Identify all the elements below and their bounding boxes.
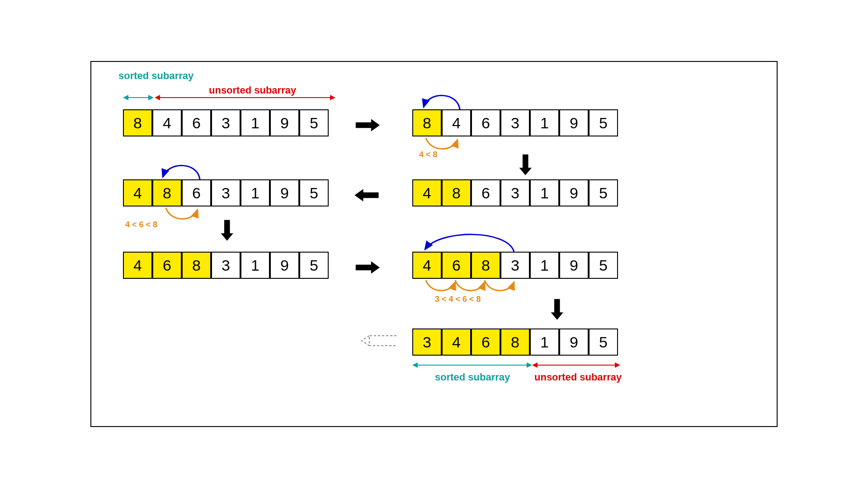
array-cell: 3 xyxy=(500,109,530,136)
array-cell: 6 xyxy=(471,328,500,356)
compare-label-step3: 4 < 6 < 8 xyxy=(125,220,157,230)
array-cell: 9 xyxy=(270,109,299,136)
arrow-down-icon: ⬇ xyxy=(516,150,534,180)
array-cell: 5 xyxy=(299,179,329,206)
array-cell: 1 xyxy=(530,109,559,136)
array-cell: 8 xyxy=(471,252,500,279)
array-cell: 5 xyxy=(299,109,329,136)
array-cell: 8 xyxy=(412,109,442,136)
array-cell: 8 xyxy=(123,109,152,136)
array-cell: 4 xyxy=(123,179,152,206)
array-cell: 8 xyxy=(152,179,182,206)
array-cell: 4 xyxy=(152,109,182,136)
array-cell: 3 xyxy=(412,328,442,356)
range-sorted-bottom xyxy=(417,365,528,366)
array-cell: 6 xyxy=(442,252,471,279)
array-cell: 1 xyxy=(241,179,270,206)
array-cell: 3 xyxy=(211,179,241,206)
arrow-down-icon: ⬇ xyxy=(548,294,566,324)
label-sorted-top: sorted subarray xyxy=(118,70,159,82)
array-step-7: 3 4 6 8 1 9 5 xyxy=(412,328,618,356)
array-cell: 1 xyxy=(530,179,559,206)
label-sorted-bottom: sorted subarray xyxy=(435,371,510,383)
array-cell: 9 xyxy=(270,252,299,279)
arrow-right-icon: ➡ xyxy=(354,112,380,137)
diagram-stage: sorted subarray unsorted subarray 8 4 6 … xyxy=(91,62,777,426)
array-cell: 6 xyxy=(471,109,500,136)
range-unsorted-top xyxy=(159,97,331,98)
label-unsorted-top: unsorted subarray xyxy=(209,84,296,96)
arrow-dashed-left-icon xyxy=(358,333,399,348)
array-cell: 1 xyxy=(530,252,559,279)
array-cell: 3 xyxy=(211,109,241,136)
array-step-1: 8 4 6 3 1 9 5 xyxy=(123,109,329,136)
compare-arc-blue xyxy=(412,229,530,254)
array-cell: 1 xyxy=(241,252,270,279)
array-cell: 5 xyxy=(299,252,329,279)
array-cell: 6 xyxy=(182,109,211,136)
array-cell: 8 xyxy=(442,179,471,206)
shift-arc-orange xyxy=(150,204,222,225)
array-cell: 4 xyxy=(442,328,471,356)
array-cell: 3 xyxy=(500,179,530,206)
array-cell: 8 xyxy=(500,328,530,356)
array-step-2: 8 4 6 3 1 9 5 xyxy=(412,109,618,136)
array-step-3: 4 8 6 3 1 9 5 xyxy=(123,179,329,206)
array-cell: 5 xyxy=(589,252,618,279)
array-cell: 9 xyxy=(559,252,589,279)
array-cell: 4 xyxy=(442,109,471,136)
compare-label-step2: 4 < 8 xyxy=(419,150,438,160)
arrow-left-icon: ⬅ xyxy=(354,182,380,207)
arrow-right-icon: ➡ xyxy=(354,254,380,279)
array-step-5: 4 6 8 3 1 9 5 xyxy=(123,252,329,279)
array-cell: 3 xyxy=(211,252,241,279)
array-cell: 5 xyxy=(589,328,618,356)
array-cell: 4 xyxy=(412,252,442,279)
compare-label-step6: 3 < 4 < 6 < 8 xyxy=(435,295,481,304)
array-cell: 9 xyxy=(270,179,299,206)
range-sorted-top xyxy=(127,97,149,98)
array-cell: 9 xyxy=(559,109,589,136)
array-cell: 9 xyxy=(559,179,589,206)
array-cell: 6 xyxy=(182,179,211,206)
array-cell: 1 xyxy=(241,109,270,136)
label-unsorted-bottom: unsorted subarray xyxy=(534,371,622,383)
compare-arc-blue xyxy=(412,89,476,112)
diagram-frame: sorted subarray unsorted subarray 8 4 6 … xyxy=(90,61,778,427)
array-cell: 3 xyxy=(500,252,530,279)
array-cell: 4 xyxy=(123,252,152,279)
array-cell: 8 xyxy=(182,252,211,279)
array-cell: 1 xyxy=(530,328,559,356)
range-unsorted-bottom xyxy=(537,365,616,366)
array-cell: 6 xyxy=(152,252,182,279)
compare-arc-blue xyxy=(150,159,218,182)
array-cell: 6 xyxy=(471,179,500,206)
array-step-6: 4 6 8 3 1 9 5 xyxy=(412,252,618,279)
array-cell: 9 xyxy=(559,328,589,356)
array-step-4: 4 8 6 3 1 9 5 xyxy=(412,179,618,206)
arrow-down-icon: ⬇ xyxy=(218,215,236,245)
array-cell: 5 xyxy=(589,109,618,136)
array-cell: 5 xyxy=(589,179,618,206)
array-cell: 4 xyxy=(412,179,442,206)
